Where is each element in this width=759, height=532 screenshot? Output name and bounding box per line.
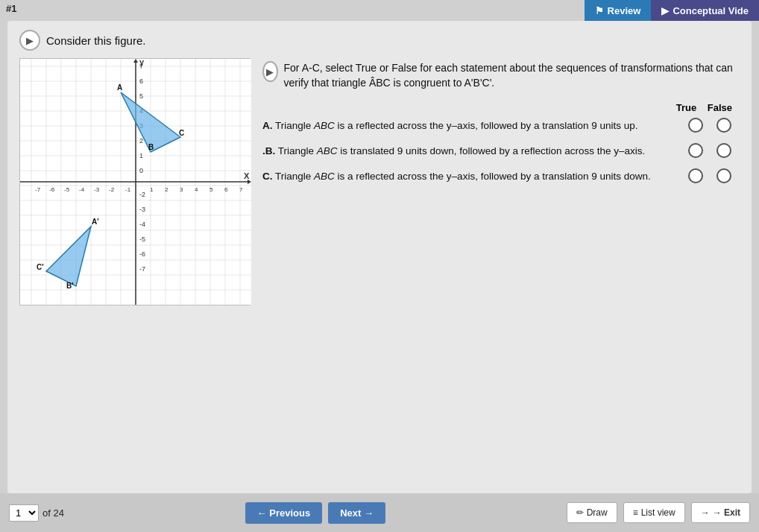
top-bar: ⚑ Review ▶ Conceptual Vide [585,0,759,21]
consider-line: ▶ Consider this figure. [19,30,740,51]
svg-text:-6: -6 [49,186,55,193]
svg-text:5: 5 [210,186,213,193]
statement-a-text: A. Triangle ABC is a reflected across th… [262,120,674,131]
for-abc-line: ▶ For A-C, select True or False for each… [262,61,740,90]
consider-audio-icon: ▶ [26,35,34,46]
svg-text:B': B' [66,282,74,290]
question-audio-button[interactable]: ▶ [262,61,278,82]
svg-text:6: 6 [224,186,228,193]
statement-b-text: .B. Triangle ABC is translated 9 units d… [262,145,674,156]
statement-row-b: .B. Triangle ABC is translated 9 units d… [262,143,740,158]
page-select-area: 1 of 24 [9,504,64,522]
svg-text:-3: -3 [139,206,145,213]
statement-a-false-radio[interactable] [717,118,731,133]
svg-text:-6: -6 [139,250,145,258]
question-instruction: For A-C, select True or False for each s… [284,61,740,90]
total-pages: of 24 [42,507,64,519]
coordinate-graph: 7 6 5 4 3 2 1 0 -2 -3 -4 -5 -6 -7 -7 -6 … [20,59,251,305]
svg-text:-4: -4 [79,186,85,193]
svg-text:3: 3 [180,186,183,193]
review-label: Review [608,5,641,16]
draw-icon: ✏ [576,507,584,518]
exit-button[interactable]: → → Exit [691,502,750,523]
svg-text:-3: -3 [94,186,100,193]
next-button[interactable]: Next → [328,502,385,524]
review-flag-icon: ⚑ [595,5,604,16]
bottom-bar: 1 of 24 ← Previous Next → ✏ Draw ≡ List … [0,493,759,532]
svg-text:7: 7 [239,186,243,193]
svg-text:-2: -2 [109,186,115,193]
svg-text:1: 1 [150,186,154,193]
content-area: 7 6 5 4 3 2 1 0 -2 -3 -4 -5 -6 -7 -7 -6 … [19,58,740,305]
svg-text:-5: -5 [64,186,70,193]
svg-text:-1: -1 [125,186,131,193]
consider-audio-button[interactable]: ▶ [19,30,40,51]
review-button[interactable]: ⚑ Review [585,0,652,21]
svg-text:-4: -4 [139,221,145,228]
svg-text:2: 2 [139,137,143,145]
svg-text:C: C [179,129,184,137]
statement-b-radio-group [680,143,740,158]
exit-label: → Exit [713,507,740,518]
svg-text:X: X [244,171,250,180]
exit-icon: → [701,507,710,518]
previous-button[interactable]: ← Previous [245,502,323,524]
list-view-button[interactable]: ≡ List view [623,502,685,523]
svg-text:0: 0 [139,167,143,174]
true-false-header: True False [262,102,740,113]
svg-text:C': C' [37,263,44,271]
svg-text:5: 5 [139,92,143,100]
question-audio-icon: ▶ [266,66,274,77]
false-label: False [708,102,732,113]
graph-container: 7 6 5 4 3 2 1 0 -2 -3 -4 -5 -6 -7 -7 -6 … [19,58,251,305]
consider-text: Consider this figure. [46,34,145,47]
svg-text:-7: -7 [139,265,145,273]
svg-text:B: B [148,143,154,151]
statement-c-false-radio[interactable] [717,168,731,183]
statement-row-a: A. Triangle ABC is a reflected across th… [262,118,740,133]
statement-c-text: C. Triangle ABC is a reflected across th… [262,171,674,182]
svg-text:A': A' [92,218,99,226]
svg-text:-7: -7 [35,186,41,193]
svg-text:4: 4 [195,186,198,193]
statement-a-true-radio[interactable] [688,118,703,133]
statement-row-c: C. Triangle ABC is a reflected across th… [262,168,740,183]
question-number: #1 [6,3,16,14]
statement-b-true-radio[interactable] [688,143,703,158]
statement-c-true-radio[interactable] [688,168,703,183]
statement-b-false-radio[interactable] [717,143,731,158]
true-label: True [676,102,696,113]
statements-area: True False A. Triangle ABC is a reflecte… [262,102,740,183]
main-content: ▶ Consider this figure. [7,21,752,493]
svg-text:y: y [139,59,145,66]
video-icon: ▶ [661,5,669,16]
svg-text:A: A [117,83,122,92]
list-view-icon: ≡ [633,507,638,518]
page-select[interactable]: 1 [9,504,39,522]
conceptual-video-button[interactable]: ▶ Conceptual Vide [651,0,759,21]
statement-a-radio-group [680,118,740,133]
svg-text:2: 2 [165,186,169,193]
svg-text:6: 6 [139,77,143,85]
list-view-label: List view [641,507,675,518]
draw-button[interactable]: ✏ Draw [567,502,617,523]
statement-c-radio-group [680,168,740,183]
draw-label: Draw [587,507,608,518]
svg-text:1: 1 [139,152,143,159]
conceptual-label: Conceptual Vide [673,5,749,16]
svg-text:-2: -2 [139,191,145,198]
svg-text:-5: -5 [139,235,145,243]
question-area: ▶ For A-C, select True or False for each… [262,58,740,194]
